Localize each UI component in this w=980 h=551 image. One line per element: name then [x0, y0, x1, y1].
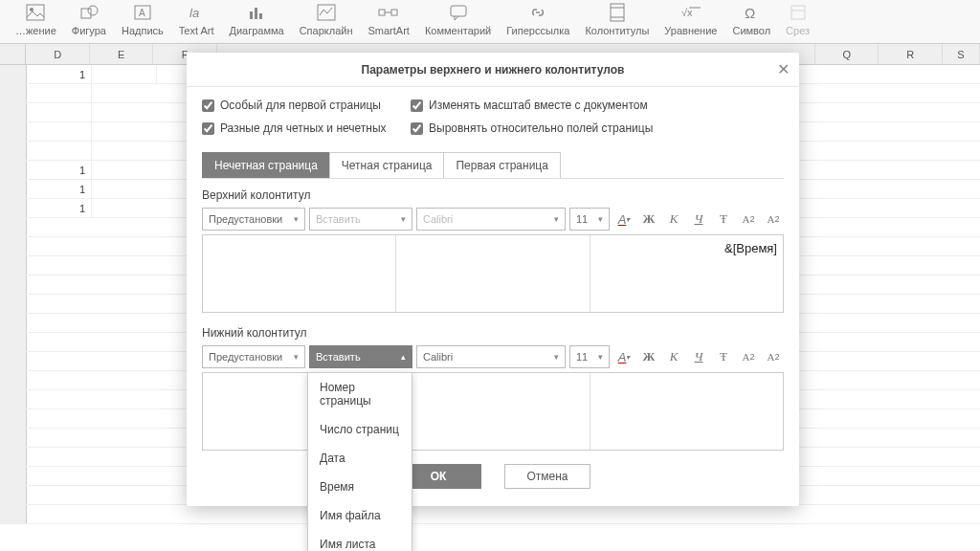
- header-presets-dropdown[interactable]: Предустановки▾: [202, 208, 305, 231]
- footer-presets-dropdown[interactable]: Предустановки▾: [202, 345, 305, 368]
- svg-text:la: la: [189, 6, 199, 20]
- header-footer-dialog: Параметры верхнего и нижнего колонтитуло…: [187, 53, 799, 506]
- ribbon-hyperlink[interactable]: Гиперссылка: [499, 2, 577, 36]
- footer-font-dropdown[interactable]: Calibri▾: [416, 345, 566, 368]
- subscript-icon[interactable]: A2: [738, 345, 759, 368]
- svg-point-1: [30, 8, 33, 11]
- ribbon-chart[interactable]: Диаграмма: [221, 2, 291, 36]
- header-right[interactable]: &[Время]: [590, 235, 783, 312]
- col-header[interactable]: E: [90, 44, 153, 64]
- dialog-title: Параметры верхнего и нижнего колонтитуло…: [362, 63, 625, 77]
- svg-rect-7: [250, 11, 253, 19]
- underline-icon[interactable]: Ч: [688, 345, 709, 368]
- col-header[interactable]: R: [879, 44, 942, 64]
- menu-filename[interactable]: Имя файла: [308, 501, 412, 530]
- check-scale[interactable]: Изменять масштаб вместе с документом: [411, 99, 717, 112]
- ribbon-image[interactable]: …жение: [8, 2, 64, 36]
- svg-rect-0: [27, 5, 44, 20]
- header-center[interactable]: [396, 235, 590, 312]
- header-left[interactable]: [203, 235, 396, 312]
- close-icon[interactable]: ✕: [777, 60, 790, 78]
- ribbon-smartart[interactable]: SmartArt: [361, 2, 417, 36]
- italic-icon[interactable]: К: [663, 208, 684, 231]
- tab-odd[interactable]: Нечетная страница: [202, 152, 330, 178]
- svg-text:A: A: [139, 8, 145, 18]
- footer-center[interactable]: [396, 373, 590, 450]
- bold-icon[interactable]: Ж: [638, 345, 659, 368]
- ribbon: …жение Фигура AНадпись laText Art Диагра…: [0, 0, 980, 44]
- svg-rect-13: [451, 6, 466, 16]
- svg-rect-9: [259, 13, 262, 19]
- footer-cells: [202, 372, 784, 451]
- ribbon-comment[interactable]: Комментарий: [417, 2, 499, 36]
- subscript-icon[interactable]: A2: [738, 208, 759, 231]
- svg-text:√x: √x: [681, 7, 693, 18]
- font-color-icon[interactable]: A▾: [613, 208, 635, 231]
- svg-point-3: [88, 6, 98, 15]
- font-color-icon[interactable]: A▾: [613, 345, 635, 368]
- ribbon-symbol[interactable]: ΩСимвол: [724, 2, 778, 36]
- footer-size-dropdown[interactable]: 11▾: [569, 345, 610, 368]
- svg-rect-12: [391, 10, 397, 15]
- bold-icon[interactable]: Ж: [638, 208, 659, 231]
- tab-first[interactable]: Первая страница: [443, 152, 560, 178]
- footer-right[interactable]: [590, 373, 783, 450]
- ribbon-headerfooter[interactable]: Колонтитулы: [577, 2, 657, 36]
- check-odd-even[interactable]: Разные для четных и нечетных: [202, 121, 393, 135]
- page-tabs: Нечетная страница Четная страница Первая…: [202, 152, 784, 179]
- col-header[interactable]: D: [26, 44, 89, 64]
- superscript-icon[interactable]: A2: [763, 208, 784, 231]
- header-cells: &[Время]: [202, 234, 784, 313]
- ribbon-textart[interactable]: laText Art: [171, 2, 222, 36]
- ribbon-equation[interactable]: √xУравнение: [657, 2, 724, 36]
- footer-insert-dropdown[interactable]: Вставить▴: [309, 345, 412, 368]
- footer-section-label: Нижний колонтитул: [202, 326, 784, 340]
- check-align-margins[interactable]: Выровнять относительно полей страницы: [411, 121, 717, 135]
- ribbon-shape[interactable]: Фигура: [64, 2, 114, 36]
- col-header[interactable]: Q: [815, 44, 879, 64]
- svg-text:Ω: Ω: [745, 5, 755, 21]
- menu-time[interactable]: Время: [308, 473, 412, 501]
- svg-rect-8: [255, 8, 257, 19]
- menu-page-number[interactable]: Номер страницы: [308, 373, 412, 415]
- strike-icon[interactable]: Ŧ: [713, 345, 734, 368]
- menu-sheetname[interactable]: Имя листа: [308, 530, 412, 551]
- header-section-label: Верхний колонтитул: [202, 188, 784, 202]
- ribbon-textbox[interactable]: AНадпись: [114, 2, 171, 36]
- superscript-icon[interactable]: A2: [763, 345, 784, 368]
- check-first-page[interactable]: Особый для первой страницы: [202, 99, 393, 112]
- svg-rect-14: [611, 4, 624, 21]
- strike-icon[interactable]: Ŧ: [713, 208, 734, 231]
- insert-menu: Номер страницы Число страниц Дата Время …: [307, 372, 412, 551]
- header-font-dropdown[interactable]: Calibri▾: [416, 208, 566, 231]
- ribbon-sparkline[interactable]: Спарклайн: [292, 2, 361, 36]
- italic-icon[interactable]: К: [663, 345, 684, 368]
- tab-even[interactable]: Четная страница: [329, 152, 445, 178]
- menu-page-count[interactable]: Число страниц: [308, 415, 412, 444]
- ribbon-slicer: Срез: [778, 2, 817, 36]
- col-header[interactable]: S: [943, 44, 980, 64]
- menu-date[interactable]: Дата: [308, 444, 412, 473]
- svg-rect-20: [791, 6, 805, 19]
- cancel-button[interactable]: Отмена: [504, 464, 590, 489]
- header-size-dropdown[interactable]: 11▾: [569, 208, 610, 231]
- header-insert-dropdown[interactable]: Вставить▾: [309, 208, 412, 231]
- svg-rect-11: [379, 10, 385, 15]
- underline-icon[interactable]: Ч: [688, 208, 709, 231]
